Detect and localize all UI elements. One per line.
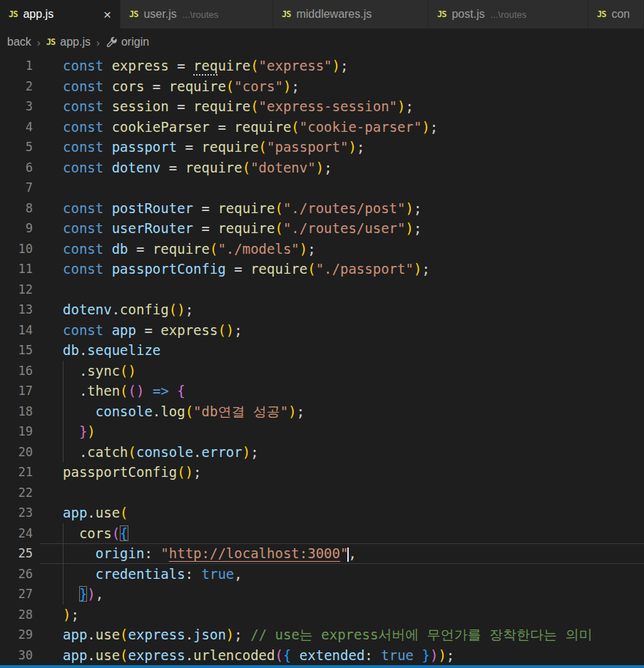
- code-token: .: [185, 647, 193, 663]
- code-token: =: [226, 261, 250, 277]
- line-number: 4: [0, 117, 33, 138]
- code-line[interactable]: 18 console.log("db연결 성공");: [0, 401, 644, 422]
- code-line[interactable]: 27 }),: [0, 584, 644, 605]
- code-token: json: [193, 627, 226, 642]
- breadcrumb-item-origin[interactable]: origin: [106, 36, 149, 48]
- line-number: 24: [0, 523, 33, 544]
- breadcrumb-item-back[interactable]: back: [7, 36, 31, 48]
- code-line[interactable]: 24 cors({: [0, 523, 644, 544]
- code-line[interactable]: 1const express = require("express");: [0, 56, 644, 76]
- code-token: [103, 220, 111, 236]
- code-token: const: [63, 200, 103, 216]
- tab-label: post.js: [451, 8, 484, 21]
- code-token: ;: [357, 139, 364, 155]
- code-line[interactable]: 3const session = require("express-sessio…: [0, 96, 644, 117]
- code-token: [103, 200, 111, 216]
- code-line[interactable]: 23app.use(: [0, 503, 644, 523]
- code-token: [291, 647, 299, 663]
- code-line[interactable]: 28);: [0, 605, 644, 625]
- code-line[interactable]: 22: [0, 483, 644, 503]
- js-file-icon: JS: [437, 9, 446, 19]
- code-token: =: [128, 241, 153, 257]
- code-line[interactable]: 11const passportConfig = require("./pass…: [0, 259, 644, 279]
- line-number: 1: [0, 56, 33, 76]
- line-number: 19: [0, 421, 33, 442]
- code-token: (: [120, 505, 128, 520]
- breadcrumb-item-app-js[interactable]: JSapp.js: [46, 36, 91, 48]
- tab-app-js[interactable]: JSapp.js×: [0, 0, 121, 29]
- tab-user-js[interactable]: JSuser.js...\routes: [121, 0, 273, 29]
- code-token: express: [128, 627, 185, 642]
- code-token: ): [332, 58, 340, 73]
- code-token: config: [120, 302, 169, 317]
- code-token: ;: [250, 444, 258, 460]
- code-token: error: [202, 444, 242, 460]
- code-line[interactable]: 20 .catch(console.error);: [0, 442, 644, 463]
- code-text: [33, 279, 63, 300]
- code-line[interactable]: 10const db = require("./models");: [0, 239, 644, 260]
- code-line[interactable]: 17 .then(() => {: [0, 381, 644, 401]
- code-line[interactable]: 12: [0, 279, 644, 300]
- indent-guide: [63, 564, 63, 585]
- code-line[interactable]: 16 .sync(): [0, 361, 644, 381]
- indent-guide: [63, 361, 63, 381]
- code-token: "passport": [267, 139, 348, 155]
- code-line[interactable]: 21passportConfig();: [0, 462, 644, 483]
- line-number: 26: [0, 564, 33, 585]
- code-text: const postRouter = require("./routes/pos…: [33, 198, 421, 219]
- code-line[interactable]: 15db.sequelize: [0, 340, 644, 361]
- code-line[interactable]: 7: [0, 178, 644, 198]
- code-token: ;: [307, 241, 315, 257]
- line-number: 25: [0, 543, 33, 564]
- code-token: console: [136, 444, 193, 460]
- line-number: 9: [0, 218, 33, 239]
- line-number: 2: [0, 76, 33, 97]
- code-token: :: [185, 566, 202, 582]
- code-token: (: [275, 200, 282, 216]
- tab-label: app.js: [23, 8, 53, 21]
- code-token: {: [120, 525, 128, 541]
- code-line[interactable]: 4const cookieParser = require("cookie-pa…: [0, 117, 644, 138]
- breadcrumb-label: origin: [121, 36, 149, 48]
- code-token: ): [430, 647, 438, 663]
- code-line[interactable]: 25 origin: "http://localhost:3000",: [0, 543, 644, 564]
- code-token: [103, 160, 111, 175]
- code-token: require: [250, 261, 307, 277]
- tab-description: ...\routes: [183, 9, 219, 20]
- code-line[interactable]: 5const passport = require("passport");: [0, 137, 644, 158]
- code-editor[interactable]: 1const express = require("express");2con…: [0, 56, 644, 665]
- code-line[interactable]: 14const app = express();: [0, 320, 644, 341]
- code-line[interactable]: 2const cors = require("cors");: [0, 76, 644, 97]
- code-token: use: [96, 627, 120, 642]
- code-token: ;: [430, 119, 438, 135]
- code-text: .catch(console.error);: [33, 442, 259, 463]
- code-line[interactable]: 8const postRouter = require("./routes/po…: [0, 198, 644, 219]
- code-token: {: [283, 647, 291, 663]
- tab-post-js[interactable]: JSpost.js...\routes: [429, 0, 588, 29]
- tab-middlewares-js[interactable]: JSmiddlewares.js: [273, 0, 429, 29]
- code-line[interactable]: 19 }): [0, 421, 644, 442]
- code-text: const userRouter = require("./routes/use…: [33, 218, 421, 239]
- code-line[interactable]: 13dotenv.config();: [0, 299, 644, 320]
- code-token: sequelize: [87, 342, 160, 358]
- close-icon[interactable]: ×: [93, 8, 111, 21]
- code-token: [103, 98, 111, 114]
- code-token: app: [63, 627, 87, 642]
- code-token: catch: [87, 444, 128, 460]
- line-number: 11: [0, 259, 33, 279]
- code-line[interactable]: 30app.use(express.urlencoded({ extended:…: [0, 645, 644, 666]
- code-token: const: [63, 322, 103, 338]
- code-token: =: [169, 98, 193, 114]
- code-token: ): [300, 241, 307, 257]
- code-token: (: [120, 363, 128, 379]
- tab-con[interactable]: JScon: [588, 0, 644, 29]
- code-line[interactable]: 9const userRouter = require("./routes/us…: [0, 218, 644, 239]
- code-line[interactable]: 6const dotenv = require("dotenv");: [0, 158, 644, 178]
- code-token: ": [160, 545, 168, 561]
- code-line[interactable]: 26 credentials: true,: [0, 564, 644, 585]
- code-token: =: [193, 220, 218, 236]
- code-token: ): [226, 627, 234, 642]
- code-line[interactable]: 29app.use(express.json); // use는 express…: [0, 625, 644, 645]
- tab-description: ...\routes: [491, 9, 527, 20]
- code-token: (: [226, 78, 234, 94]
